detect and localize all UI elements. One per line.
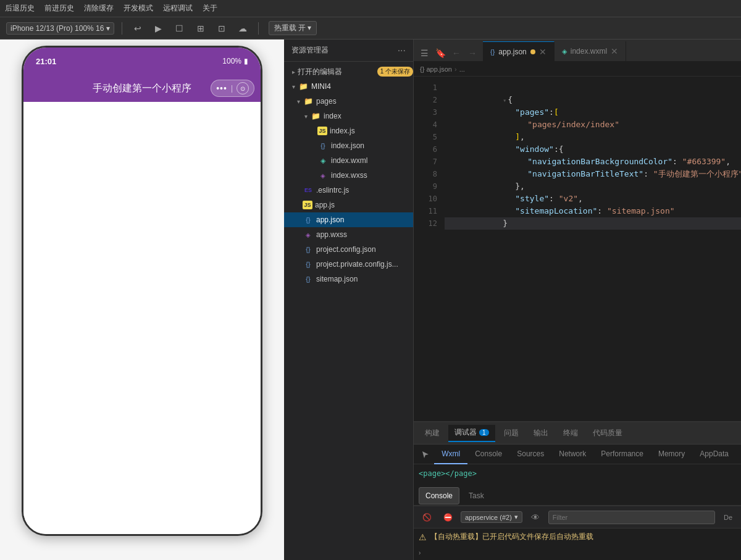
console-filter-input[interactable] [548,511,715,524]
app-json-label: app.json [316,215,413,224]
console-sub-tab-console-label: Console [425,491,453,500]
debug-tab-codequality[interactable]: 代码质量 [587,425,629,442]
console-stop-btn[interactable]: ⛔ [440,509,456,525]
tab-index-wxml[interactable]: ◈ index.wxml ✕ [555,41,626,61]
devtool-tab-wxml[interactable]: Wxml [434,445,467,464]
debug-tab-terminal[interactable]: 终端 [557,425,584,442]
status-time: 21:01 [36,57,56,66]
tree-item-eslintrc[interactable]: ES .eslintrc.js [284,183,413,198]
nav-capsule[interactable]: ••• | ⊙ [211,80,254,97]
tree-item-index-js[interactable]: JS index.js [284,123,413,138]
console-sub-tabs: Console Task [414,486,741,506]
menu-item-devmode[interactable]: 开发模式 [124,3,153,14]
line-num-11: 11 [414,205,445,217]
unsaved-badge: 1 个未保存 [377,67,413,77]
device-selector[interactable]: iPhone 12/13 (Pro) 100% 16 ▾ [6,22,114,35]
devtool-tab-console-label: Console [475,449,502,458]
compile-btn[interactable]: ▶ [151,20,167,36]
refresh-btn[interactable]: ↩ [130,20,146,36]
tree-item-index-wxml[interactable]: ◈ index.wxml [284,153,413,168]
phone-frame: 21:01 100% ▮ 手动创建第一个小程序 ••• | ⊙ [22,46,262,536]
tree-item-index-wxss[interactable]: ◈ index.wxss [284,168,413,183]
index-js-icon: JS [317,127,327,135]
devtool-tab-performance[interactable]: Performance [593,445,651,464]
devtools-cursor-btn[interactable] [419,447,432,462]
devtool-tab-console[interactable]: Console [467,445,509,464]
cloud-btn[interactable]: ☁ [235,20,251,36]
split-view-btn[interactable]: ⊞ [193,20,209,36]
bottom-arrow[interactable]: › [419,550,421,556]
wxml-tag: <page></page> [419,469,477,478]
line-num-7: 7 [414,156,445,168]
tree-item-project-config[interactable]: {} project.config.json [284,242,413,257]
devtool-tab-network[interactable]: Network [551,445,593,464]
open-editors-header[interactable]: ▸ 打开的编辑器 1 个未保存 [284,64,413,79]
tree-item-index-folder[interactable]: ▾ 📁 index [284,109,413,123]
file-panel-title: 资源管理器 [291,45,329,56]
debug-tab-debugger[interactable]: 调试器 1 [448,425,495,442]
warning-icon: ⚠ [419,532,427,542]
root-arrow: ▾ [289,83,298,90]
console-clear-btn[interactable]: 🚫 [419,509,435,525]
tree-item-app-wxss[interactable]: ◈ app.wxss [284,227,413,242]
console-service-dropdown[interactable]: appservice (#2) ▾ [461,511,522,523]
hot-reload-btn[interactable]: 热重载 开 ▾ [269,21,317,35]
debugger-panel: 构建 调试器 1 问题 输出 终端 代码质量 [414,421,741,560]
index-json-label: index.json [331,141,413,150]
battery-icon: ▮ [244,57,248,65]
status-right: 100% ▮ [222,57,248,65]
menu-item-forward[interactable]: 前进历史 [44,3,74,14]
phone-view-btn[interactable]: ☐ [172,20,188,36]
root-folder[interactable]: ▾ 📁 MINI4 [284,79,413,94]
editor-menu-btn[interactable]: ☰ [416,45,432,61]
tab-index-wxml-close[interactable]: ✕ [611,47,618,56]
nav-home-circle[interactable]: ⊙ [237,82,249,94]
devtool-tab-appdata-label: AppData [700,449,729,458]
devtool-tab-sources[interactable]: Sources [509,445,551,464]
menu-item-back[interactable]: 后退历史 [5,3,35,14]
wxml-content-area: <page></page> [414,464,741,486]
code-content[interactable]: ▾{ "pages":[ "pages/index/index" ], "win… [445,77,741,421]
devtool-tab-memory[interactable]: Memory [651,445,692,464]
menu-item-about[interactable]: 关于 [203,3,217,14]
console-service-arrow: ▾ [514,513,518,521]
tree-item-sitemap[interactable]: {} sitemap.json [284,272,413,286]
tree-item-app-json[interactable]: {} app.json [284,212,413,227]
dual-view-btn[interactable]: ⊡ [214,20,230,36]
editor-back-btn[interactable]: ← [448,45,464,61]
line-num-12: 12 [414,217,445,230]
console-eye-btn[interactable]: 👁 [527,509,543,525]
index-folder-icon: 📁 [310,112,321,120]
console-sub-tab-console[interactable]: Console [419,487,459,504]
tree-item-project-private[interactable]: {} project.private.config.js... [284,257,413,272]
file-panel-more-btn[interactable]: ··· [398,45,406,56]
breadcrumb-sep: › [454,65,457,73]
tab-app-json-label: app.json [498,48,526,56]
debug-tab-problem[interactable]: 问题 [498,425,525,442]
devtool-tab-appdata[interactable]: AppData [692,445,736,464]
fold-1[interactable]: ▾ [503,97,506,104]
debug-tab-build[interactable]: 构建 [419,425,446,442]
menu-item-clear[interactable]: 清除缓存 [84,3,114,14]
editor-bookmark-btn[interactable]: 🔖 [432,45,448,61]
menu-item-remote[interactable]: 远程调试 [163,3,193,14]
app-wxss-icon: ◈ [303,230,314,239]
tab-index-wxml-icon: ◈ [562,48,567,56]
editor-forward-btn[interactable]: → [464,45,480,61]
tab-app-json-close[interactable]: ✕ [539,48,546,56]
index-wxml-icon: ◈ [317,156,329,165]
index-json-icon: {} [317,141,329,150]
tree-item-pages[interactable]: ▾ 📁 pages [284,94,413,109]
console-sub-tab-task[interactable]: Task [462,487,491,504]
code-area[interactable]: 1 2 3 4 5 6 7 8 9 10 11 12 ▾{ "pa [414,77,741,421]
debug-tab-output[interactable]: 输出 [527,425,555,442]
tree-item-index-json[interactable]: {} index.json [284,138,413,153]
console-de-btn[interactable]: De [720,509,736,525]
tab-app-json[interactable]: {} app.json ✕ [483,41,555,61]
debug-badge: 1 [479,429,489,436]
app-js-icon: JS [303,201,312,209]
debug-tab-debugger-label: 调试器 [454,427,477,438]
line-num-1: 1 [414,81,445,94]
editor-tabs: ☰ 🔖 ← → {} app.json ✕ ◈ index.wxml ✕ [414,40,741,62]
tree-item-app-js[interactable]: JS app.js [284,198,413,212]
